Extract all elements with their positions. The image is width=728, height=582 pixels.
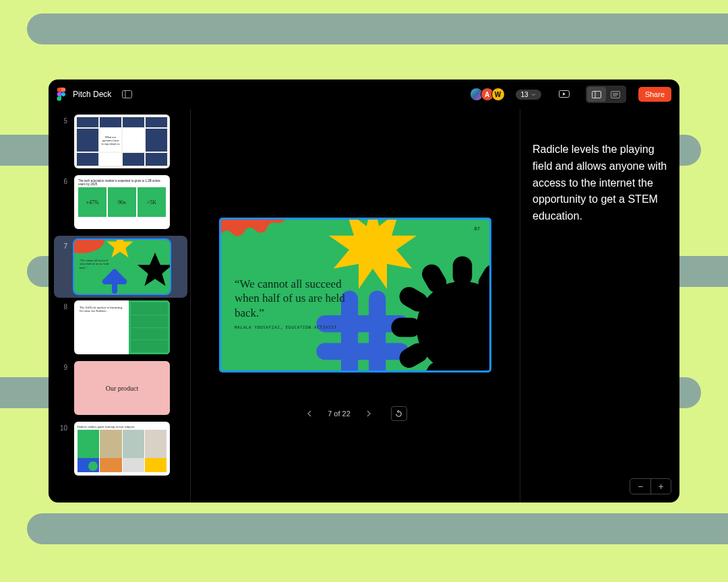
- bg-decoration: [27, 13, 728, 44]
- collaborator-count[interactable]: 13: [516, 90, 541, 100]
- thumbnail-row[interactable]: 5 What our partners have to say about us: [58, 115, 183, 168]
- speaker-notes-panel[interactable]: Radicle levels the playing field and all…: [520, 109, 679, 503]
- slide-number: 6: [58, 175, 67, 185]
- thumbnail-row[interactable]: 8 The EdTech market is booming. It's tim…: [58, 300, 183, 354]
- slide-number: 8: [58, 300, 67, 311]
- slide-thumbnail[interactable]: Our product: [74, 361, 170, 415]
- count-label: 13: [521, 91, 528, 98]
- document-title[interactable]: Pitch Deck: [73, 90, 111, 99]
- view-mode-toggle: [586, 86, 626, 103]
- svg-point-19: [417, 282, 491, 373]
- toolbar: Pitch Deck A W 13 Share: [49, 79, 679, 109]
- avatar[interactable]: W: [491, 88, 505, 101]
- zoom-control: − +: [630, 478, 671, 494]
- notes-view-button[interactable]: [606, 87, 625, 102]
- bg-decoration: [27, 513, 728, 544]
- zoom-in-button[interactable]: +: [650, 479, 671, 494]
- slide-quote: “We cannot all succeed when half of us a…: [235, 277, 356, 320]
- svg-point-10: [74, 240, 104, 253]
- svg-rect-18: [369, 290, 386, 373]
- slide-number: 10: [58, 422, 67, 432]
- slide-number: 5: [58, 115, 67, 125]
- slide-thumbnail[interactable]: The EdTech market is booming. It's time …: [74, 300, 170, 354]
- slide-number: 9: [58, 361, 67, 371]
- speaker-notes-text[interactable]: Radicle levels the playing field and all…: [533, 141, 667, 225]
- restart-button[interactable]: [391, 406, 407, 421]
- slide-thumbnail[interactable]: "We cannot all succeed when half of us a…: [74, 240, 170, 294]
- svg-rect-1: [122, 91, 131, 98]
- chevron-down-icon: [531, 93, 536, 96]
- svg-rect-20: [453, 256, 473, 286]
- slide-thumbnail[interactable]: What our partners have to say about us: [74, 115, 170, 168]
- figma-logo-icon[interactable]: [57, 88, 66, 101]
- blob-shape-icon: [219, 218, 295, 260]
- prev-slide-button[interactable]: [303, 408, 315, 420]
- gear-shape-icon: [388, 253, 491, 373]
- thumbnail-row[interactable]: 6 The tech education market is expected …: [58, 175, 183, 229]
- slide-number-label: 07: [475, 226, 480, 232]
- slide-number: 7: [58, 240, 67, 250]
- current-slide[interactable]: 07: [219, 218, 491, 373]
- share-button[interactable]: Share: [638, 87, 671, 102]
- present-button[interactable]: [555, 86, 574, 102]
- slide-thumbnail[interactable]: The tech education market is expected to…: [74, 175, 170, 229]
- slide-thumbnail[interactable]: Radicle enables quick learning in four s…: [74, 422, 170, 476]
- slide-canvas: 07: [190, 109, 520, 503]
- thumbnail-row[interactable]: 9 Our product: [58, 361, 183, 415]
- pager-label: 7 of 22: [328, 410, 351, 418]
- collaborator-avatars[interactable]: A W: [473, 88, 505, 101]
- main-body: 5 What our partners have to say about us…: [49, 109, 679, 503]
- svg-rect-4: [592, 91, 601, 98]
- app-window: Pitch Deck A W 13 Share: [49, 79, 679, 503]
- slide-thumbnails-panel[interactable]: 5 What our partners have to say about us…: [49, 109, 190, 503]
- slide-attribution: MALALA YOUSAFZAI, EDUCATION ACTIVIST: [235, 325, 337, 329]
- svg-point-0: [61, 92, 65, 96]
- thumbnail-row[interactable]: 10 Radicle enables quick learning in fou…: [58, 422, 183, 476]
- sidebar-toggle-icon[interactable]: [118, 86, 135, 103]
- thumbnail-row[interactable]: 7 "We cannot all succeed when half of us…: [54, 236, 187, 298]
- zoom-out-button[interactable]: −: [630, 479, 650, 494]
- slide-pager: 7 of 22: [303, 406, 407, 421]
- next-slide-button[interactable]: [363, 408, 375, 420]
- panel-view-button[interactable]: [587, 87, 606, 102]
